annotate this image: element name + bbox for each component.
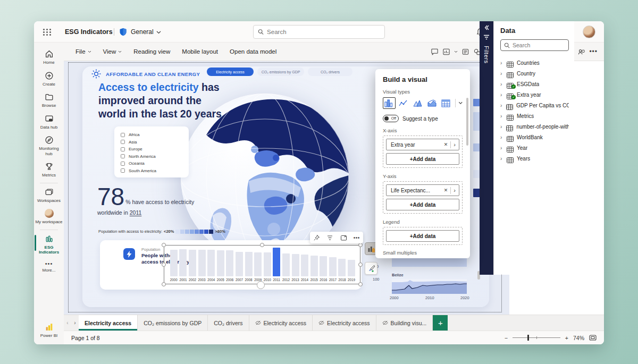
resize-handle-sw[interactable] <box>162 282 166 286</box>
data-field-metrics[interactable]: ›Metrics <box>500 111 569 121</box>
menu-reading-view[interactable]: Reading view <box>133 48 170 55</box>
filter-icon[interactable] <box>483 35 490 40</box>
expand-chevron-icon[interactable]: › <box>500 156 503 162</box>
visual-drag-handle[interactable] <box>257 281 265 289</box>
field-options-chevron[interactable]: › <box>454 188 456 193</box>
population-bar[interactable] <box>170 250 178 276</box>
expand-chevron-icon[interactable]: › <box>500 81 503 87</box>
population-bar-cell[interactable]: 2019 <box>347 244 356 282</box>
population-bar[interactable] <box>254 252 262 276</box>
population-bar-cell[interactable]: 2004 <box>206 244 216 282</box>
field-options-chevron[interactable]: › <box>454 142 456 147</box>
region-option-africa[interactable]: Africa <box>121 131 182 139</box>
menu-view[interactable]: View <box>103 48 122 55</box>
chevron-down-icon[interactable] <box>454 50 458 53</box>
stat-year-link[interactable]: 2011 <box>130 209 142 216</box>
resize-handle-n[interactable] <box>260 243 264 247</box>
region-option-europe[interactable]: Europe <box>121 146 182 153</box>
scrollbar-thumb[interactable] <box>466 98 468 146</box>
data-field-gdp-per-capita-vs-co2[interactable]: ›GDP Per Capita vs CO2 ... <box>500 100 569 111</box>
resize-handle-nw[interactable] <box>162 243 166 247</box>
pin-visual-icon[interactable] <box>313 234 320 241</box>
checkbox-icon[interactable] <box>121 140 125 144</box>
legend-add-data-button[interactable]: +Add data <box>386 230 459 242</box>
expand-chevron-icon[interactable]: › <box>500 134 503 140</box>
page-tab-electricity-access[interactable]: Electricity access <box>79 315 138 331</box>
sidebar-item-metrics[interactable]: Metrics <box>34 159 64 181</box>
focus-mode-icon[interactable] <box>340 234 347 241</box>
population-bar[interactable] <box>329 257 337 276</box>
page-tab-electricity-access-hidden[interactable]: Electricity access <box>249 315 313 331</box>
data-field-year[interactable]: ›Year <box>500 142 569 153</box>
population-chart-card[interactable]: Population People without access to elec… <box>100 240 362 290</box>
checkbox-icon[interactable] <box>121 168 125 173</box>
region-option-oceania[interactable]: Oceania <box>121 160 182 167</box>
population-bar-cell[interactable]: 2011 <box>272 244 282 282</box>
population-bar[interactable] <box>320 256 327 276</box>
text-box-icon[interactable] <box>461 48 469 56</box>
population-bar-cell[interactable]: 2015 <box>309 244 319 282</box>
checkbox-icon[interactable] <box>121 162 125 166</box>
zoom-out-button[interactable]: − <box>505 335 508 341</box>
data-field-extra-year[interactable]: ›✓Extra year <box>500 89 569 100</box>
visual-type-line-chart[interactable] <box>397 97 410 109</box>
expand-chevron-icon[interactable]: › <box>500 71 503 77</box>
population-bar-cell[interactable]: 2005 <box>216 244 225 282</box>
teams-share-icon[interactable] <box>577 48 585 56</box>
page-tab-building-visual-hidden[interactable]: Building visu... <box>376 315 433 331</box>
checkbox-icon[interactable] <box>121 133 125 137</box>
population-bar-chart[interactable]: 2000200120022003200420052006200720082009… <box>169 244 356 282</box>
population-bar[interactable] <box>179 249 187 276</box>
new-page-button[interactable]: + <box>433 315 448 331</box>
sidebar-item-home[interactable]: Home <box>34 47 64 69</box>
remove-field-icon[interactable]: ✕ <box>444 142 448 147</box>
population-bar[interactable] <box>198 250 206 276</box>
visual-type-matrix[interactable] <box>440 97 452 109</box>
workspace-badge[interactable]: General <box>131 28 154 36</box>
y-axis-add-data-button[interactable]: +Add data <box>386 199 459 210</box>
checkbox-icon[interactable] <box>121 147 125 151</box>
zoom-slider[interactable] <box>513 337 560 338</box>
expand-chevron-icon[interactable]: › <box>500 92 503 98</box>
menu-mobile-layout[interactable]: Mobile layout <box>182 48 218 55</box>
global-search[interactable] <box>253 25 385 39</box>
population-bar-cell[interactable]: 2013 <box>291 244 300 282</box>
sidebar-item-monitoring-hub[interactable]: Monitoring hub <box>34 133 64 159</box>
resize-handle-e[interactable] <box>358 263 363 267</box>
population-bar-cell[interactable]: 2002 <box>188 244 197 282</box>
app-launcher-icon[interactable] <box>40 25 54 39</box>
tab-scroll-right[interactable]: › <box>71 315 79 331</box>
population-bar[interactable] <box>245 252 253 276</box>
population-bar[interactable] <box>189 250 196 276</box>
population-bar[interactable] <box>217 250 224 276</box>
data-field-years[interactable]: ›Years <box>500 153 569 164</box>
menu-file[interactable]: File <box>75 48 91 55</box>
data-field-esgdata[interactable]: ›✓ESGData <box>500 79 569 89</box>
visual-type-stacked-area[interactable] <box>425 97 438 109</box>
sidebar-item-workspaces[interactable]: Workspaces <box>34 185 64 207</box>
data-field-number-of-people-with[interactable]: ›number-of-people-with... <box>500 121 569 132</box>
page-tab-co2-drivers[interactable]: CO₂ drivers <box>208 315 249 331</box>
filters-pane-label[interactable]: Filters <box>483 46 490 63</box>
region-option-north-america[interactable]: North America <box>121 153 182 160</box>
tab-scroll-left[interactable]: ‹ <box>64 315 71 331</box>
population-bar-cell[interactable]: 2009 <box>253 244 263 282</box>
population-bar[interactable] <box>264 252 271 276</box>
sidebar-item-browse[interactable]: Browse <box>34 90 64 112</box>
field-pill-extra-year[interactable]: Extra year ✕ › <box>386 139 459 150</box>
checkbox-icon[interactable] <box>121 154 125 158</box>
page-tab-electricity-access-hidden-2[interactable]: Electricity access <box>313 315 376 331</box>
more-visual-types-chevron[interactable] <box>458 101 463 105</box>
population-bar[interactable] <box>207 250 215 276</box>
population-bar[interactable] <box>301 255 308 276</box>
chevron-down-icon[interactable] <box>156 31 161 34</box>
region-option-asia[interactable]: Asia <box>121 139 182 146</box>
visual-type-area-chart[interactable] <box>411 97 424 109</box>
fit-to-page-icon[interactable] <box>589 335 597 341</box>
suggest-type-toggle[interactable]: Off <box>383 115 399 122</box>
population-bar[interactable] <box>236 252 243 276</box>
filter-visual-icon[interactable] <box>326 234 333 241</box>
zoom-in-button[interactable]: + <box>565 335 568 341</box>
region-filter-card[interactable]: Africa Asia Europe North America Oceania… <box>114 126 189 177</box>
search-input[interactable] <box>267 29 380 35</box>
